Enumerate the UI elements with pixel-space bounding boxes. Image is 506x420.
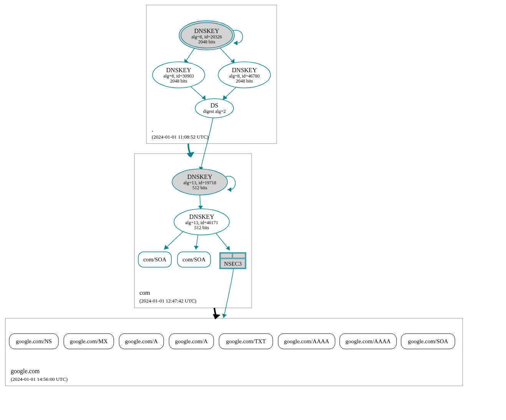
- svg-text:alg=8, id=20326: alg=8, id=20326: [191, 34, 222, 40]
- dnssec-diagram: DNSKEY alg=8, id=20326 2048 bits DNSKEY …: [0, 0, 506, 420]
- svg-text:digest alg=2: digest alg=2: [203, 109, 226, 114]
- node-com-soa1: com/SOA: [138, 252, 171, 267]
- svg-text:DNSKEY: DNSKEY: [194, 28, 219, 34]
- svg-marker-3: [202, 95, 206, 100]
- svg-text:512 bits: 512 bits: [194, 225, 209, 230]
- svg-marker-8: [227, 187, 231, 192]
- svg-text:google.com/TXT: google.com/TXT: [226, 338, 266, 344]
- node-google-mx: google.com/MX: [64, 334, 114, 349]
- svg-text:google.com/SOA: google.com/SOA: [408, 338, 448, 344]
- node-root-zsk1: DNSKEY alg=8, id=30903 2048 bits: [153, 62, 205, 88]
- svg-text:google.com/AAAA: google.com/AAAA: [345, 338, 391, 344]
- svg-marker-14: [222, 314, 227, 318]
- zone-timestamp-com: (2024-01-01 12:47:42 UTC): [139, 298, 196, 304]
- zone-box-google: [5, 318, 463, 386]
- svg-marker-0: [234, 41, 237, 45]
- node-google-aaaa1: google.com/AAAA: [278, 334, 335, 349]
- node-com-zsk: DNSKEY alg=13, id=46171 512 bits: [174, 209, 229, 235]
- svg-text:2048 bits: 2048 bits: [170, 78, 187, 84]
- svg-text:com/SOA: com/SOA: [182, 256, 206, 263]
- node-root-ksk: DNSKEY alg=8, id=20326 2048 bits: [179, 21, 234, 50]
- zone-label-com: com: [139, 289, 150, 296]
- svg-text:google.com/A: google.com/A: [175, 338, 208, 344]
- zone-label-google: google.com: [11, 368, 40, 375]
- svg-marker-11: [194, 246, 199, 250]
- svg-text:google.com/AAAA: google.com/AAAA: [284, 338, 329, 344]
- zone-timestamp-google: (2024-01-01 14:56:00 UTC): [11, 376, 68, 382]
- svg-text:alg=13, id=19718: alg=13, id=19718: [183, 180, 216, 185]
- node-com-soa2: com/SOA: [178, 252, 211, 267]
- svg-text:DNSKEY: DNSKEY: [232, 67, 257, 73]
- node-google-a2: google.com/A: [169, 334, 214, 349]
- node-google-ns: google.com/NS: [9, 334, 58, 349]
- svg-text:google.com/MX: google.com/MX: [70, 338, 108, 344]
- zone-label-root: .: [152, 126, 153, 133]
- node-root-ds: DS digest alg=2: [195, 99, 234, 118]
- node-nsec3: NSEC3: [220, 253, 246, 269]
- svg-text:com/SOA: com/SOA: [143, 256, 166, 263]
- svg-text:DNSKEY: DNSKEY: [189, 213, 214, 220]
- svg-rect-44: [221, 253, 232, 258]
- svg-text:DNSKEY: DNSKEY: [166, 67, 191, 73]
- svg-text:alg=8, id=30903: alg=8, id=30903: [163, 73, 194, 79]
- node-google-aaaa2: google.com/AAAA: [340, 334, 397, 349]
- svg-text:NSEC3: NSEC3: [224, 261, 242, 267]
- svg-text:google.com/A: google.com/A: [125, 338, 158, 344]
- svg-text:DNSKEY: DNSKEY: [187, 174, 212, 180]
- node-google-txt: google.com/TXT: [219, 334, 273, 349]
- svg-text:alg=13, id=46171: alg=13, id=46171: [185, 220, 218, 225]
- svg-marker-13: [213, 314, 221, 319]
- svg-text:2048 bits: 2048 bits: [198, 39, 216, 45]
- zone-timestamp-root: (2024-01-01 11:08:52 UTC): [152, 134, 209, 140]
- node-google-soa: google.com/SOA: [401, 334, 455, 349]
- svg-text:2048 bits: 2048 bits: [236, 78, 253, 84]
- svg-text:alg=8, id=46780: alg=8, id=46780: [229, 73, 260, 79]
- node-com-ksk: DNSKEY alg=13, id=19718 512 bits: [172, 169, 227, 195]
- node-google-a1: google.com/A: [119, 334, 164, 349]
- svg-text:DS: DS: [211, 102, 218, 109]
- node-root-zsk2: DNSKEY alg=8, id=46780 2048 bits: [218, 62, 270, 88]
- svg-rect-45: [233, 253, 245, 258]
- svg-text:512 bits: 512 bits: [192, 185, 207, 190]
- svg-text:google.com/NS: google.com/NS: [16, 338, 52, 344]
